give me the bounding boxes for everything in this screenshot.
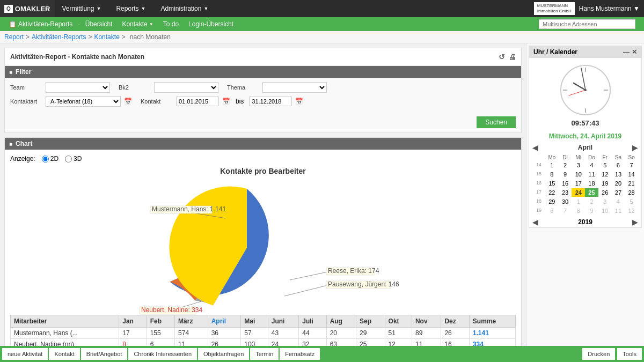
view-3d-label[interactable]: 3D xyxy=(65,155,82,162)
minimize-icon[interactable]: — xyxy=(623,48,630,56)
print-icon[interactable]: 🖨 xyxy=(508,53,516,61)
cal-day-2[interactable]: 2 xyxy=(559,161,572,169)
breadcrumb-report[interactable]: Report xyxy=(4,33,24,41)
calendar-to-icon[interactable]: 📅 xyxy=(295,98,303,105)
cal-day-may1[interactable]: 1 xyxy=(572,197,585,206)
btn-termin[interactable]: Termin xyxy=(250,348,279,359)
btn-brief-angebot[interactable]: Brief/Angebot xyxy=(81,348,128,359)
sub-nav-kontakte[interactable]: Kontakte ▼ xyxy=(118,19,157,29)
cal-day-9[interactable]: 9 xyxy=(559,170,572,179)
week-row-17: 17 22 23 24 25 26 27 28 xyxy=(532,188,638,197)
btn-objektanfragen[interactable]: Objektanfragen xyxy=(198,348,249,359)
filter-toggle-icon[interactable]: ■ xyxy=(9,69,12,75)
cal-day-23[interactable]: 23 xyxy=(559,188,572,197)
next-month-btn[interactable]: ▶ xyxy=(632,143,638,152)
cal-day-1[interactable]: 1 xyxy=(545,161,559,169)
cal-day-may6[interactable]: 6 xyxy=(545,206,559,215)
cal-day-10[interactable]: 10 xyxy=(572,170,585,179)
sub-nav-aktivitaeten[interactable]: 📋 Aktivitäten-Reports xyxy=(4,19,77,29)
cal-day-28[interactable]: 28 xyxy=(625,188,638,197)
filter-kontaktart-select[interactable]: A-Telefonat (18) xyxy=(46,96,121,107)
cal-day-26[interactable]: 26 xyxy=(598,188,612,197)
cal-day-may7[interactable]: 7 xyxy=(559,206,572,215)
filter-kontakt-to[interactable] xyxy=(249,97,292,106)
cal-day-24[interactable]: 24 xyxy=(572,188,585,197)
sub-nav-login[interactable]: Login-Übersicht xyxy=(184,19,238,29)
cal-day-11[interactable]: 11 xyxy=(585,170,598,179)
cal-day-may2[interactable]: 2 xyxy=(585,197,598,206)
breadcrumb-kontakte[interactable]: Kontakte xyxy=(94,33,119,41)
btn-kontakt[interactable]: Kontakt xyxy=(49,348,79,359)
filter-thema-group: Thema xyxy=(227,82,327,93)
btn-fernabsatz[interactable]: Fernabsatz xyxy=(280,348,320,359)
cal-day-may4[interactable]: 4 xyxy=(612,197,625,206)
cal-day-17[interactable]: 17 xyxy=(572,179,585,188)
cal-day-14[interactable]: 14 xyxy=(625,170,638,179)
nav-administration[interactable]: Administration ▼ xyxy=(153,0,216,17)
chart-section-header[interactable]: ■ Chart xyxy=(5,138,521,150)
cal-day-7[interactable]: 7 xyxy=(625,161,638,169)
view-3d-radio[interactable] xyxy=(65,156,72,162)
cal-day-may5[interactable]: 5 xyxy=(625,197,638,206)
cal-day-19[interactable]: 19 xyxy=(598,179,612,188)
btn-tools[interactable]: Tools xyxy=(617,348,642,359)
next-year-btn[interactable]: ▶ xyxy=(632,218,638,226)
cal-day-21[interactable]: 21 xyxy=(625,179,638,188)
cal-day-15[interactable]: 15 xyxy=(545,179,559,188)
refresh-icon[interactable]: ↺ xyxy=(499,53,505,61)
cal-day-may3[interactable]: 3 xyxy=(598,197,612,206)
cal-day-22[interactable]: 22 xyxy=(545,188,559,197)
search-button[interactable]: Suchen xyxy=(477,116,516,128)
year-nav: ◀ 2019 ▶ xyxy=(529,217,641,227)
cal-day-may9[interactable]: 9 xyxy=(585,206,598,215)
cal-day-6[interactable]: 6 xyxy=(612,161,625,169)
chart-toggle-icon[interactable]: ■ xyxy=(9,141,12,147)
cal-day-4[interactable]: 4 xyxy=(585,161,598,169)
close-icon[interactable]: ✕ xyxy=(632,48,637,56)
cal-day-8[interactable]: 8 xyxy=(545,170,559,179)
cal-day-may10[interactable]: 10 xyxy=(598,206,612,215)
content-area: Aktivitäten-Report - Kontakte nach Monat… xyxy=(0,43,526,359)
view-2d-radio[interactable] xyxy=(42,156,49,162)
cal-day-16[interactable]: 16 xyxy=(559,179,572,188)
cal-day-25[interactable]: 25 xyxy=(585,188,598,197)
calendar-from-icon[interactable]: 📅 xyxy=(222,98,230,105)
filter-thema-select[interactable] xyxy=(262,82,327,93)
cal-day-12[interactable]: 12 xyxy=(598,170,612,179)
cal-day-5[interactable]: 5 xyxy=(598,161,612,169)
calendar-grid: Mo Di Mi Do Fr Sa So 14 1 2 3 4 5 6 xyxy=(529,153,641,217)
cell-value: 51 xyxy=(385,328,412,339)
prev-month-btn[interactable]: ◀ xyxy=(532,143,538,152)
cal-day-20[interactable]: 20 xyxy=(612,179,625,188)
multisuche-input[interactable] xyxy=(539,19,635,29)
filter-kontakt-label: Kontakt xyxy=(141,98,173,105)
cal-day-may11[interactable]: 11 xyxy=(612,206,625,215)
cal-day-18[interactable]: 18 xyxy=(585,179,598,188)
filter-kontakt-from[interactable] xyxy=(176,97,219,106)
view-2d-label[interactable]: 2D xyxy=(42,155,58,162)
cal-day-27[interactable]: 27 xyxy=(612,188,625,197)
cal-day-30[interactable]: 30 xyxy=(559,197,572,206)
sub-nav-todo[interactable]: To do xyxy=(159,19,183,29)
neubert-label: Neubert, Nadine: 334 xyxy=(141,306,202,314)
calendar-icon: 📅 xyxy=(124,98,132,105)
breadcrumb-aktivitaeten[interactable]: Aktivitäten-Reports xyxy=(32,33,86,41)
cal-day-may12[interactable]: 12 xyxy=(625,206,638,215)
cal-day-3[interactable]: 3 xyxy=(572,161,585,169)
user-menu[interactable]: Hans Mustermann ▼ xyxy=(579,5,640,12)
btn-neue-aktivitaet[interactable]: neue Aktivität xyxy=(2,348,48,359)
sub-nav-uebersicht[interactable]: Übersicht xyxy=(81,19,117,29)
cal-day-13[interactable]: 13 xyxy=(612,170,625,179)
nav-reports[interactable]: Reports ▼ xyxy=(108,0,153,17)
nav-vermittlung[interactable]: Vermittlung ▼ xyxy=(55,0,109,17)
btn-drucken[interactable]: Drucken xyxy=(582,348,615,359)
prev-year-btn[interactable]: ◀ xyxy=(532,218,538,226)
filter-section-header[interactable]: ■ Filter xyxy=(5,66,521,78)
cal-day-may8[interactable]: 8 xyxy=(572,206,585,215)
cell-value: 29 xyxy=(356,328,385,339)
cal-day-29[interactable]: 29 xyxy=(545,197,559,206)
chart-section: ■ Chart Anzeige: 2D 3D Kontakte pro Bear… xyxy=(4,137,522,359)
btn-chronik[interactable]: Chronik Interessenten xyxy=(128,348,197,359)
filter-bk2-select[interactable] xyxy=(154,82,218,93)
filter-team-select[interactable] xyxy=(46,82,110,93)
